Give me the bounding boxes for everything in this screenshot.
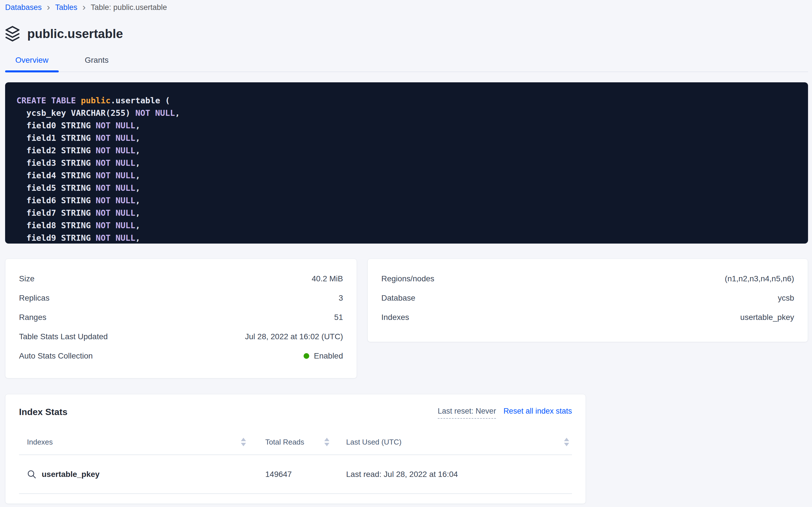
tab-grants[interactable]: Grants — [75, 56, 119, 71]
breadcrumb-current: Table: public.usertable — [91, 3, 167, 12]
search-icon — [27, 469, 37, 479]
detail-label: Ranges — [19, 313, 47, 322]
total-reads-value: 149647 — [265, 470, 292, 479]
column-header-indexes[interactable]: Indexes — [27, 438, 246, 447]
index-table-row: usertable_pkey149647Last read: Jul 28, 2… — [19, 455, 572, 494]
index-table-header-row: Indexes Total Reads Last Used (UTC) — [19, 430, 572, 455]
detail-row: Regions/nodes(n1,n2,n3,n4,n5,n6) — [381, 269, 794, 288]
sql-line: field8 STRING NOT NULL, — [16, 219, 797, 232]
sql-line: ycsb_key VARCHAR(255) NOT NULL, — [16, 107, 797, 119]
sort-icon — [241, 438, 246, 446]
index-stats-table: Indexes Total Reads Last Used (UTC) user… — [19, 430, 572, 494]
detail-label: Size — [19, 274, 34, 283]
sql-line: field4 STRING NOT NULL, — [16, 169, 797, 182]
index-name-link[interactable]: usertable_pkey — [42, 470, 100, 479]
sql-line: field0 STRING NOT NULL, — [16, 119, 797, 132]
detail-value: ycsb — [778, 293, 794, 302]
index-stats-title: Index Stats — [19, 406, 67, 418]
reset-all-index-stats-link[interactable]: Reset all index stats — [503, 407, 572, 415]
detail-value: Enabled — [304, 351, 343, 360]
table-detail-page: Databases › Tables › Table: public.usert… — [0, 0, 812, 504]
sql-line: field2 STRING NOT NULL, — [16, 144, 797, 157]
sort-icon — [324, 438, 329, 446]
last-reset-label[interactable]: Last reset: Never — [438, 407, 496, 419]
detail-label: Table Stats Last Updated — [19, 332, 108, 341]
column-label: Indexes — [27, 438, 53, 447]
status-dot — [304, 353, 309, 359]
detail-row: Indexesusertable_pkey — [381, 308, 794, 327]
table-metadata-card: Regions/nodes(n1,n2,n3,n4,n5,n6)Database… — [367, 259, 808, 342]
column-label: Last Used (UTC) — [346, 438, 401, 447]
detail-row: Replicas3 — [19, 288, 343, 308]
table-details-card: Size40.2 MiBReplicas3Ranges51Table Stats… — [5, 259, 357, 378]
detail-label: Replicas — [19, 293, 49, 302]
detail-row: Databaseycsb — [381, 288, 794, 308]
detail-row: Ranges51 — [19, 308, 343, 327]
detail-value: 40.2 MiB — [312, 274, 343, 283]
sql-line: field9 STRING NOT NULL, — [16, 232, 797, 243]
index-table-body: usertable_pkey149647Last read: Jul 28, 2… — [19, 455, 572, 494]
sql-line: field3 STRING NOT NULL, — [16, 157, 797, 169]
detail-value: usertable_pkey — [740, 313, 794, 322]
details-section: Size40.2 MiBReplicas3Ranges51Table Stats… — [5, 259, 808, 378]
column-header-total-reads[interactable]: Total Reads — [246, 438, 329, 447]
index-stats-card: Index Stats Last reset: Never Reset all … — [5, 394, 586, 504]
last-used-value: Last read: Jul 28, 2022 at 16:04 — [346, 470, 458, 479]
detail-label: Database — [381, 293, 415, 302]
sql-line: CREATE TABLE public.usertable ( — [16, 94, 797, 107]
tab-bar: Overview Grants — [5, 56, 808, 72]
breadcrumb: Databases › Tables › Table: public.usert… — [5, 2, 808, 12]
detail-row: Auto Stats CollectionEnabled — [19, 346, 343, 365]
chevron-right-icon: › — [47, 3, 50, 12]
sql-line: field6 STRING NOT NULL, — [16, 194, 797, 207]
detail-label: Regions/nodes — [381, 274, 434, 283]
page-header: public.usertable — [5, 24, 808, 43]
sql-line: field7 STRING NOT NULL, — [16, 207, 797, 219]
detail-value: 3 — [338, 293, 343, 302]
chevron-right-icon: › — [82, 3, 85, 12]
detail-label: Auto Stats Collection — [19, 351, 93, 360]
index-stats-actions: Last reset: Never Reset all index stats — [438, 406, 572, 419]
detail-row: Size40.2 MiB — [19, 269, 343, 288]
detail-value: 51 — [334, 313, 343, 322]
tab-overview[interactable]: Overview — [5, 56, 59, 71]
sql-line: field5 STRING NOT NULL, — [16, 182, 797, 194]
column-header-last-used[interactable]: Last Used (UTC) — [329, 438, 569, 447]
detail-value: (n1,n2,n3,n4,n5,n6) — [725, 274, 794, 283]
page-title: public.usertable — [27, 27, 123, 41]
table-stack-icon — [5, 25, 20, 42]
detail-label: Indexes — [381, 313, 409, 322]
breadcrumb-link-tables[interactable]: Tables — [55, 3, 77, 12]
create-table-statement: CREATE TABLE public.usertable ( ycsb_key… — [5, 82, 808, 243]
detail-value: Jul 28, 2022 at 16:02 (UTC) — [245, 332, 343, 341]
sql-line: field1 STRING NOT NULL, — [16, 132, 797, 144]
sort-icon — [564, 438, 569, 446]
column-label: Total Reads — [265, 438, 304, 447]
index-stats-header: Index Stats Last reset: Never Reset all … — [19, 406, 572, 419]
detail-row: Table Stats Last UpdatedJul 28, 2022 at … — [19, 327, 343, 346]
breadcrumb-link-databases[interactable]: Databases — [5, 3, 42, 12]
